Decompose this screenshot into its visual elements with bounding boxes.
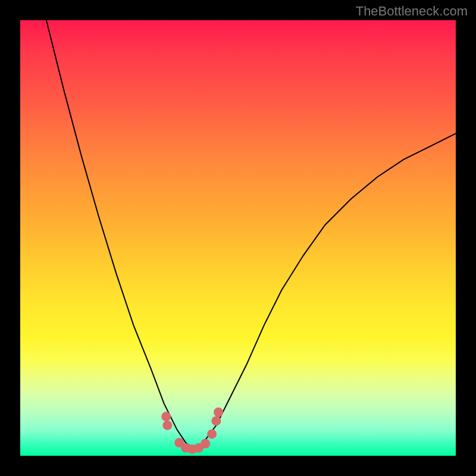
highlight-dot	[162, 421, 172, 430]
highlight-dot	[207, 429, 217, 439]
highlight-dot	[214, 408, 223, 417]
curve-layer	[20, 20, 456, 456]
highlight-dot	[211, 416, 221, 425]
highlight-markers	[161, 408, 223, 454]
bottleneck-curve	[46, 20, 456, 449]
highlight-dot	[201, 439, 210, 449]
chart-frame: TheBottleneck.com	[0, 0, 476, 476]
highlight-dot	[161, 412, 171, 421]
watermark-text: TheBottleneck.com	[356, 4, 468, 19]
plot-area	[20, 20, 456, 456]
